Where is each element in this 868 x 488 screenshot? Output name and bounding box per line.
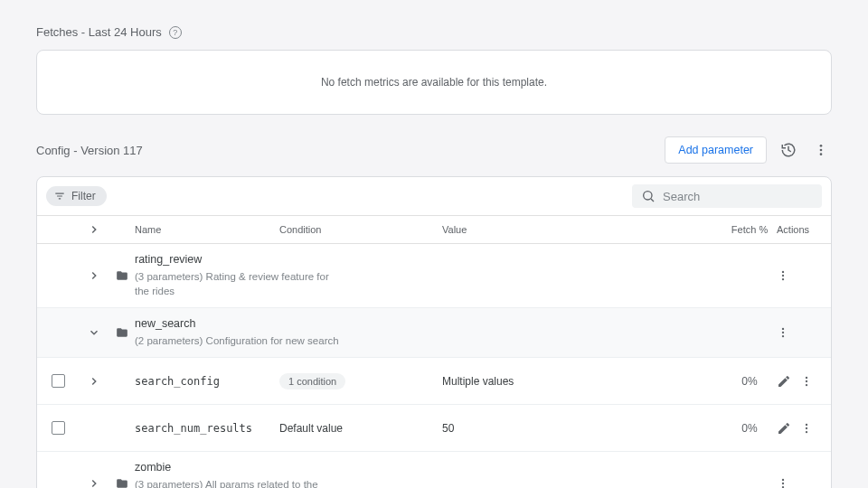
param-row[interactable]: search_config1 conditionMultiple values0… [37, 358, 831, 405]
help-icon[interactable]: ? [169, 26, 182, 39]
fetches-title-text: Fetches - Last 24 Hours [36, 25, 162, 39]
row-more-icon[interactable] [800, 422, 813, 435]
svg-point-19 [806, 431, 807, 433]
svg-point-0 [820, 145, 823, 147]
add-parameter-button[interactable]: Add parameter [665, 136, 767, 164]
chevron-down-icon[interactable] [79, 326, 109, 339]
row-checkbox[interactable] [37, 374, 79, 388]
param-fetch-pct: 0% [722, 375, 777, 388]
search-icon [641, 189, 656, 203]
chevron-right-icon[interactable] [79, 223, 109, 236]
config-title: Config - Version 117 [36, 144, 143, 157]
svg-point-8 [782, 271, 784, 273]
group-row[interactable]: zombie(3 parameters) All params related … [37, 452, 831, 488]
filter-label: Filter [71, 190, 96, 202]
svg-point-20 [782, 479, 784, 481]
col-actions: Actions [777, 224, 831, 235]
param-value: 50 [442, 422, 668, 435]
group-name: zombie [135, 461, 668, 474]
svg-point-6 [644, 192, 652, 200]
folder-icon [109, 326, 135, 339]
row-more-icon[interactable] [777, 269, 789, 282]
svg-point-15 [806, 380, 807, 382]
edit-icon[interactable] [777, 421, 791, 436]
history-icon[interactable] [778, 139, 799, 161]
folder-icon [109, 269, 135, 282]
svg-point-18 [806, 427, 807, 429]
param-row[interactable]: search_num_resultsDefault value500% [37, 405, 831, 452]
edit-icon[interactable] [777, 374, 791, 389]
config-table: Filter Name Condition Value Fetch % Acti… [36, 176, 832, 488]
svg-line-7 [651, 199, 654, 202]
group-name: new_search [135, 317, 668, 330]
svg-point-10 [782, 278, 784, 280]
group-desc: (2 parameters) Configuration for new sea… [135, 333, 343, 348]
group-row[interactable]: rating_review(3 parameters) Rating & rev… [37, 244, 831, 308]
svg-point-16 [806, 384, 807, 386]
col-fetch-pct: Fetch % [722, 224, 777, 235]
param-condition: 1 condition [279, 375, 442, 388]
param-name: search_config [135, 375, 279, 388]
filter-chip[interactable]: Filter [46, 186, 107, 206]
chevron-right-icon[interactable] [79, 269, 109, 282]
param-fetch-pct: 0% [722, 422, 777, 435]
group-desc: (3 parameters) Rating & review feature f… [135, 269, 343, 298]
svg-point-9 [782, 275, 784, 277]
svg-point-12 [782, 332, 784, 333]
param-value: Multiple values [442, 375, 668, 388]
svg-point-1 [820, 149, 823, 152]
svg-point-14 [806, 377, 807, 379]
table-header: Name Condition Value Fetch % Actions [37, 215, 831, 244]
chevron-right-icon[interactable] [79, 375, 109, 388]
fetches-empty-text: No fetch metrics are available for this … [321, 76, 547, 89]
row-more-icon[interactable] [777, 477, 789, 488]
row-checkbox[interactable] [37, 421, 79, 435]
col-condition: Condition [279, 224, 442, 235]
group-desc: (3 parameters) All params related to the… [135, 477, 343, 488]
svg-point-11 [782, 328, 784, 330]
filter-icon [53, 190, 66, 202]
svg-point-2 [820, 153, 823, 155]
svg-point-17 [806, 424, 807, 426]
group-name-block: new_search(2 parameters) Configuration f… [135, 317, 668, 348]
svg-point-21 [782, 483, 784, 484]
col-name: Name [135, 224, 279, 235]
param-condition: Default value [279, 422, 442, 435]
search-input[interactable] [663, 190, 815, 203]
group-name: rating_review [135, 253, 668, 266]
search-box[interactable] [632, 184, 822, 208]
group-name-block: zombie(3 parameters) All params related … [135, 461, 668, 488]
fetches-empty-card: No fetch metrics are available for this … [36, 50, 832, 115]
fetches-title: Fetches - Last 24 Hours ? [36, 25, 832, 39]
folder-icon [109, 477, 135, 488]
row-more-icon[interactable] [777, 326, 789, 339]
group-row[interactable]: new_search(2 parameters) Configuration f… [37, 308, 831, 358]
svg-point-13 [782, 335, 784, 337]
group-name-block: rating_review(3 parameters) Rating & rev… [135, 253, 668, 298]
more-icon[interactable] [810, 139, 832, 161]
chevron-right-icon[interactable] [79, 477, 109, 488]
row-more-icon[interactable] [800, 375, 813, 388]
col-value: Value [442, 224, 668, 235]
param-name: search_num_results [135, 422, 279, 435]
